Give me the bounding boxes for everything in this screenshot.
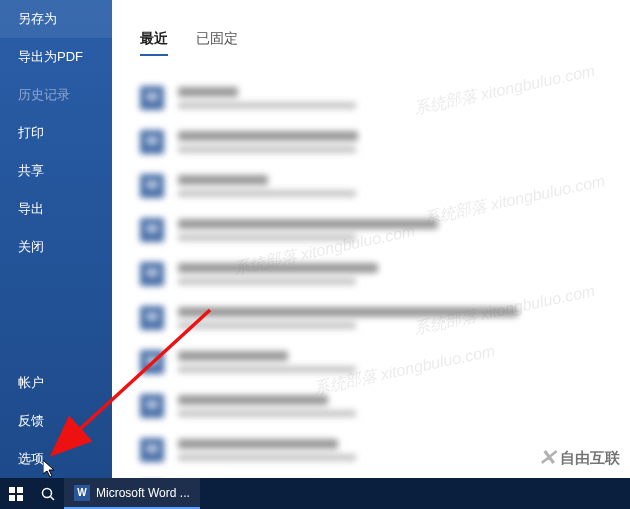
sidebar-item[interactable]: 共享 [0,152,112,190]
word-doc-icon [140,262,164,286]
tab[interactable]: 最近 [140,30,168,56]
recent-doc-row[interactable] [132,252,630,296]
svg-rect-3 [9,487,15,493]
word-doc-icon [140,218,164,242]
recent-doc-row[interactable] [132,296,630,340]
recent-doc-row[interactable] [132,120,630,164]
svg-rect-5 [9,495,15,501]
windows-taskbar: W Microsoft Word ... [0,478,630,509]
taskbar-app-word[interactable]: W Microsoft Word ... [64,478,200,509]
word-doc-icon [140,394,164,418]
word-doc-icon [140,86,164,110]
recent-doc-row[interactable] [132,384,630,428]
recent-doc-row[interactable] [132,164,630,208]
tab[interactable]: 已固定 [196,30,238,56]
sidebar-item[interactable]: 关闭 [0,228,112,266]
recent-doc-row[interactable] [132,76,630,120]
sidebar-item[interactable]: 导出 [0,190,112,228]
sidebar-item[interactable]: 另存为 [0,0,112,38]
recent-tabs: 最近已固定 [132,30,630,56]
sidebar-item[interactable]: 帐户 [0,364,112,402]
sidebar-item[interactable]: 历史记录 [0,76,112,114]
recent-doc-row[interactable] [132,208,630,252]
start-button[interactable] [0,478,32,509]
watermark-logo: ✕ 自由互联 [538,445,620,471]
recent-documents-list [132,76,630,478]
word-doc-icon [140,350,164,374]
search-button[interactable] [32,478,64,509]
main-panel: 最近已固定 系统部落 xitongbuluo.com 系统部落 xitongbu… [112,0,630,478]
word-doc-icon [140,438,164,462]
recent-doc-row[interactable] [132,340,630,384]
sidebar-item[interactable]: 选项 [0,440,112,478]
word-doc-icon [140,174,164,198]
word-doc-icon [140,306,164,330]
svg-point-7 [43,488,52,497]
sidebar-item[interactable]: 导出为PDF [0,38,112,76]
word-doc-icon [140,130,164,154]
svg-rect-4 [17,487,23,493]
sidebar-item[interactable]: 打印 [0,114,112,152]
windows-logo-icon [9,487,23,501]
word-icon: W [74,485,90,501]
watermark-x-icon: ✕ [538,445,556,471]
svg-rect-6 [17,495,23,501]
taskbar-app-title: Microsoft Word ... [96,486,190,500]
svg-line-8 [51,496,55,500]
file-menu-sidebar: 另存为导出为PDF历史记录打印共享导出关闭 帐户反馈选项 [0,0,112,478]
sidebar-item[interactable]: 反馈 [0,402,112,440]
search-icon [41,487,55,501]
